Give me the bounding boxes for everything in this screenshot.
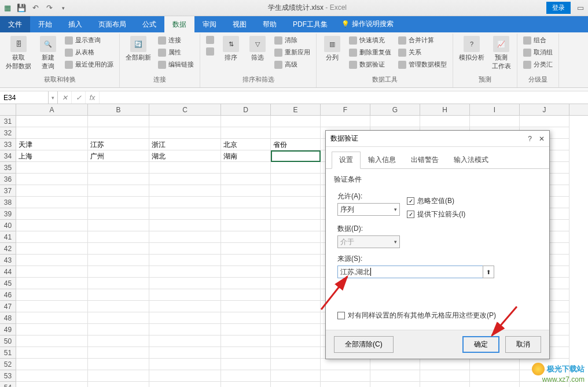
- cancel-formula-icon[interactable]: ✕: [58, 91, 72, 104]
- cell[interactable]: [88, 347, 149, 359]
- cell[interactable]: [271, 220, 321, 231]
- cell[interactable]: [16, 127, 88, 139]
- filter-button[interactable]: ▽筛选: [245, 35, 270, 74]
- cell[interactable]: [149, 347, 221, 359]
- tab-review[interactable]: 审阅: [194, 16, 225, 32]
- cell[interactable]: [221, 162, 271, 174]
- cell[interactable]: [221, 197, 271, 208]
- cell[interactable]: [16, 243, 88, 255]
- cell[interactable]: [271, 197, 321, 208]
- cell[interactable]: [470, 359, 520, 370]
- cell[interactable]: [221, 255, 271, 266]
- cell[interactable]: [149, 162, 221, 174]
- tab-formulas[interactable]: 公式: [134, 16, 164, 32]
- cell[interactable]: 上海: [16, 150, 88, 162]
- help-icon[interactable]: ?: [528, 135, 532, 143]
- cell[interactable]: [149, 174, 221, 185]
- cell[interactable]: [16, 359, 88, 370]
- cell[interactable]: [88, 278, 149, 289]
- cell[interactable]: [88, 116, 149, 127]
- row-header[interactable]: 43: [0, 255, 16, 266]
- fx-icon[interactable]: fx: [86, 91, 100, 104]
- tab-file[interactable]: 文件: [0, 16, 30, 32]
- ungroup-button[interactable]: 取消组: [521, 47, 555, 58]
- row-header[interactable]: 52: [0, 359, 16, 370]
- tab-pdf[interactable]: PDF工具集: [285, 16, 336, 32]
- clear-all-button[interactable]: 全部清除(C): [334, 336, 394, 353]
- advanced-filter-button[interactable]: 高级: [272, 59, 313, 70]
- cell[interactable]: [149, 324, 221, 336]
- cell[interactable]: [16, 116, 88, 127]
- cell[interactable]: [420, 116, 470, 127]
- cell[interactable]: [16, 185, 88, 197]
- cell[interactable]: [271, 208, 321, 220]
- tab-help[interactable]: 帮助: [255, 16, 285, 32]
- cell[interactable]: [88, 301, 149, 312]
- cell[interactable]: [149, 312, 221, 324]
- cell[interactable]: [149, 197, 221, 208]
- undo-icon[interactable]: ↶: [30, 3, 41, 13]
- cell[interactable]: [149, 382, 221, 387]
- cell[interactable]: [149, 127, 221, 139]
- row-header[interactable]: 32: [0, 127, 16, 139]
- cell[interactable]: [16, 312, 88, 324]
- text-to-columns-button[interactable]: ▥分列: [320, 35, 344, 74]
- cell[interactable]: [149, 208, 221, 220]
- cell[interactable]: [16, 382, 88, 387]
- flash-fill-button[interactable]: 快速填充: [347, 35, 394, 46]
- cell[interactable]: [88, 197, 149, 208]
- cell[interactable]: 江苏: [88, 139, 149, 150]
- row-header[interactable]: 36: [0, 174, 16, 185]
- cell[interactable]: [88, 289, 149, 301]
- row-header[interactable]: 33: [0, 139, 16, 150]
- cell[interactable]: [321, 382, 370, 387]
- subtotal-button[interactable]: 分类汇: [521, 59, 555, 70]
- cell[interactable]: [470, 382, 520, 387]
- cell[interactable]: [221, 312, 271, 324]
- cell[interactable]: [16, 301, 88, 312]
- apply-all-checkbox[interactable]: 对有同样设置的所有其他单元格应用这些更改(P): [337, 311, 541, 320]
- cell[interactable]: [221, 347, 271, 359]
- cell[interactable]: [88, 312, 149, 324]
- clear-filter-button[interactable]: 清除: [272, 35, 313, 46]
- cell[interactable]: [221, 174, 271, 185]
- select-all-corner[interactable]: [0, 104, 16, 115]
- name-box-dropdown-icon[interactable]: ▾: [49, 91, 58, 104]
- cell[interactable]: [16, 278, 88, 289]
- cell[interactable]: [221, 370, 271, 382]
- in-cell-dropdown-checkbox[interactable]: ✓提供下拉箭头(I): [407, 209, 465, 219]
- cell[interactable]: [16, 208, 88, 220]
- cell[interactable]: [271, 231, 321, 243]
- manage-model-button[interactable]: 管理数据模型: [396, 59, 449, 70]
- cell[interactable]: [271, 162, 321, 174]
- cell[interactable]: [271, 255, 321, 266]
- cell[interactable]: [221, 266, 271, 278]
- cell[interactable]: [321, 359, 370, 370]
- cell[interactable]: [221, 359, 271, 370]
- row-header[interactable]: 54: [0, 382, 16, 387]
- col-header[interactable]: B: [88, 104, 149, 115]
- cell[interactable]: [88, 231, 149, 243]
- cell[interactable]: [221, 208, 271, 220]
- cell[interactable]: [221, 231, 271, 243]
- row-header[interactable]: 51: [0, 347, 16, 359]
- cell[interactable]: [149, 301, 221, 312]
- cell[interactable]: [88, 208, 149, 220]
- cell[interactable]: [221, 336, 271, 347]
- cell[interactable]: [149, 116, 221, 127]
- cell[interactable]: [271, 347, 321, 359]
- cell[interactable]: [16, 231, 88, 243]
- row-header[interactable]: 34: [0, 150, 16, 162]
- cell[interactable]: [16, 197, 88, 208]
- col-header[interactable]: G: [370, 104, 420, 115]
- cancel-button[interactable]: 取消: [505, 336, 541, 353]
- row-header[interactable]: 45: [0, 278, 16, 289]
- cell[interactable]: 浙江: [149, 139, 221, 150]
- cell[interactable]: [88, 127, 149, 139]
- row-header[interactable]: 40: [0, 220, 16, 231]
- cell[interactable]: [88, 266, 149, 278]
- ignore-blank-checkbox[interactable]: ✓忽略空值(B): [407, 196, 465, 206]
- tab-ime-mode[interactable]: 输入法模式: [446, 152, 496, 168]
- source-input[interactable]: 江苏,湖北: [337, 266, 483, 278]
- cell[interactable]: [88, 174, 149, 185]
